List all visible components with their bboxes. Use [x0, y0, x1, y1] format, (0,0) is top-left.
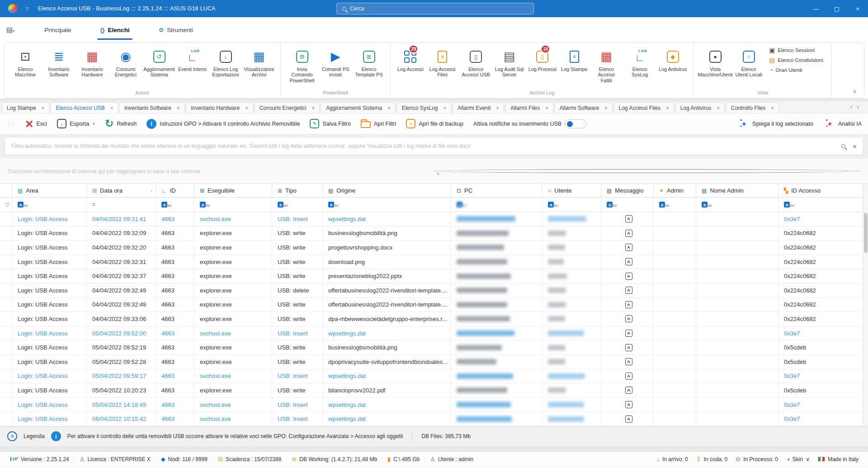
filter-type-icon[interactable]: abc — [328, 202, 338, 208]
message-icon[interactable]: A — [625, 344, 632, 351]
filter-cell-id-accesso[interactable]: abc — [778, 198, 868, 212]
ai-filter-search-icon[interactable] — [841, 144, 845, 148]
filter-type-icon[interactable]: abc — [161, 202, 171, 208]
titlebar-chevron-icon[interactable]: ▽ — [25, 6, 29, 11]
table-row[interactable]: Login: USB Access04/04/2022 09:32:494663… — [0, 298, 868, 312]
grid-search-icon[interactable] — [434, 169, 861, 173]
global-search-input[interactable]: Cerca — [336, 3, 534, 14]
maximize-button[interactable]: ▢ — [826, 0, 847, 17]
apri-filtri-button[interactable]: Apri Filtri — [361, 119, 396, 128]
ribbon-button-vista-macchine-utenti[interactable]: ●Vista Macchine/Utenti — [698, 47, 732, 78]
message-icon[interactable]: A — [625, 258, 632, 265]
ribbon-button-elenco-log-esportazioni[interactable]: ↓Elenco Log Esportazioni — [209, 47, 242, 78]
filter-type-icon[interactable]: abc — [659, 202, 669, 208]
message-icon[interactable]: A — [625, 401, 632, 408]
tab-log-antivirus[interactable]: Log Antivirus× — [675, 102, 725, 113]
message-icon[interactable]: A — [625, 273, 632, 280]
message-icon[interactable]: A — [625, 387, 632, 394]
tab-close-icon[interactable]: × — [245, 105, 248, 111]
column-header-tipo[interactable]: ≣Tipo — [272, 184, 323, 197]
filter-cell-nome-admin[interactable]: abc — [696, 198, 778, 212]
tab-allarmi-files[interactable]: Allarmi Files× — [505, 102, 553, 113]
ribbon-button-elenco-macchine[interactable]: ⊡Elenco Macchine — [9, 47, 42, 78]
column-header-pc[interactable]: ⊡PC — [451, 184, 542, 197]
scrollbar-thumb[interactable] — [864, 213, 868, 253]
ribbon-tab-principale[interactable]: Principale — [42, 17, 73, 42]
column-header-messaggio[interactable]: ▤Messaggio — [601, 184, 654, 197]
filter-cell-eseguibile[interactable]: abc — [194, 198, 272, 212]
table-row[interactable]: Login: USB Access04/04/2022 09:32:374663… — [0, 269, 868, 283]
tab-close-icon[interactable]: × — [42, 105, 44, 111]
tab-close-icon[interactable]: × — [177, 105, 179, 111]
table-row[interactable]: Login: USB Access05/04/2022 09:52:194663… — [0, 340, 868, 355]
table-row[interactable]: Login: USB Access04/04/2022 09:32:204663… — [0, 241, 868, 255]
close-button[interactable]: × — [847, 0, 868, 17]
ribbon-button-elenco-utenti-locali[interactable]: ○Elenco Utenti Locali — [732, 47, 765, 78]
tab-close-icon[interactable]: × — [496, 105, 499, 111]
column-header-nome-admin[interactable]: ▤Nome Admin — [696, 184, 778, 197]
filter-cell-pc[interactable]: abc — [451, 198, 542, 212]
column-header-admin[interactable]: ✦Admin — [654, 184, 696, 197]
ribbon-button-log-accessi[interactable]: 29Log Accessi — [395, 47, 426, 72]
table-row[interactable]: Login: USB Access06/04/2022 10:15:424663… — [0, 412, 868, 426]
table-row[interactable]: Login: USB Access04/04/2022 09:32:494663… — [0, 283, 868, 298]
ribbon-button-log-audit-sql-server[interactable]: ▤Log Audit Sql Server — [493, 47, 526, 78]
filter-type-icon[interactable]: abc — [702, 202, 712, 208]
message-icon[interactable]: A — [625, 244, 632, 251]
message-icon[interactable]: A — [625, 230, 632, 237]
tab-close-icon[interactable]: × — [110, 105, 113, 111]
filter-type-icon[interactable]: abc — [278, 202, 288, 208]
ribbon-tab-strumenti[interactable]: ⚙Strumenti — [157, 17, 195, 42]
filter-cell-messaggio[interactable]: abc — [601, 198, 654, 212]
column-header-utente[interactable]: ○Utente — [542, 184, 601, 197]
esporta-button[interactable]: ↓Esporta∨ — [57, 119, 95, 128]
ribbon-button-eventi-interni[interactable]: LOG∟Eventi Interni — [176, 47, 209, 72]
ribbon-button-elenco-template-ps[interactable]: ≣Elenco Template PS — [352, 47, 386, 78]
tab-elenco-syslog[interactable]: Elenco SysLog× — [397, 102, 452, 113]
message-icon[interactable]: A — [625, 287, 632, 294]
ribbon-button-aggiornamenti-sistema[interactable]: ↺Aggiornamenti Sistema — [142, 47, 176, 78]
tab-close-icon[interactable]: × — [771, 105, 774, 111]
message-icon[interactable]: A — [625, 373, 632, 380]
vertical-scrollbar[interactable] — [863, 184, 868, 426]
filter-type-icon[interactable]: abc — [784, 202, 794, 208]
group-by-bar[interactable]: Trascinare un'intestazione di colonna qu… — [0, 159, 868, 184]
analisi-ia-button[interactable]: ✦✦✦Analisi IA — [825, 119, 862, 129]
table-row[interactable]: Login: USB Access04/04/2022 09:32:314663… — [0, 255, 868, 269]
tab-allarmi-eventi[interactable]: Allarmi Eventi× — [453, 102, 504, 113]
usb-notification-toggle[interactable] — [565, 119, 586, 128]
column-header-area[interactable]: ▤Area — [12, 184, 87, 197]
ribbon-button-inventario-hardware[interactable]: ▦Inventario Hardware — [75, 47, 109, 78]
legend-label[interactable]: Legenda — [24, 433, 45, 439]
message-icon[interactable]: A — [625, 315, 632, 322]
column-header-origine[interactable]: ▤Origine — [323, 184, 451, 197]
table-row[interactable]: Login: USB Access05/04/2022 10:20:234663… — [0, 383, 868, 398]
tab-close-icon[interactable]: × — [604, 105, 607, 111]
table-row[interactable]: Login: USB Access05/04/2022 09:52:284663… — [0, 355, 868, 369]
ribbon-button-elenco-accessi-falliti[interactable]: ▦Elenco Accessi Falliti — [590, 47, 623, 83]
tab-close-icon[interactable]: × — [717, 105, 719, 111]
filter-cell-tipo[interactable]: abc — [272, 198, 323, 212]
table-row[interactable]: Login: USB Access05/04/2022 09:52:004663… — [0, 326, 868, 341]
filter-cell-area[interactable]: abc — [12, 198, 87, 212]
ribbon-button-log-accessi-files[interactable]: aLog Accessi Files — [426, 47, 459, 78]
apri-backup-button[interactable]: ×Apri file di backup — [406, 119, 463, 128]
ribbon-button-log-antivirus[interactable]: ◆Log Antivirus — [656, 47, 689, 72]
tab-elenco-accessi-usb[interactable]: Elenco Accessi USB× — [51, 102, 118, 113]
message-icon[interactable]: A — [625, 358, 632, 365]
ribbon-button-consumi-energetici[interactable]: ◉Consumi Energetici — [109, 47, 142, 78]
tab-allarmi-software[interactable]: Allarmi Software× — [555, 102, 613, 113]
ribbon-collapse-icon[interactable]: ∨ — [853, 88, 857, 94]
tab-controllo-files[interactable]: Controllo Files× — [726, 102, 779, 113]
table-row[interactable]: Login: USB Access04/04/2022 09:32:094663… — [0, 226, 868, 241]
ribbon-button-log-processi[interactable]: ▯10Log Processi — [526, 47, 559, 72]
message-icon[interactable]: A — [625, 301, 632, 308]
ribbon-button-inventario-software[interactable]: ≣Inventario Software — [42, 47, 75, 78]
ribbon-button-elenco-sessioni[interactable]: ▣Elenco Sessioni — [769, 47, 823, 54]
ribbon-button-log-stampe[interactable]: ≡Log Stampe — [559, 47, 590, 72]
message-icon[interactable]: A — [625, 330, 632, 337]
ribbon-button-elenco-accessi-usb[interactable]: ▯Elenco Accessi USB — [459, 47, 493, 78]
filter-funnel-icon[interactable]: ▽ — [5, 202, 9, 208]
ribbon-button-elenco-syslog[interactable]: LOG∟Elenco SysLog — [623, 47, 656, 78]
spiega-log-button[interactable]: ✦✦✦Spiega il log selezionato — [739, 119, 813, 129]
